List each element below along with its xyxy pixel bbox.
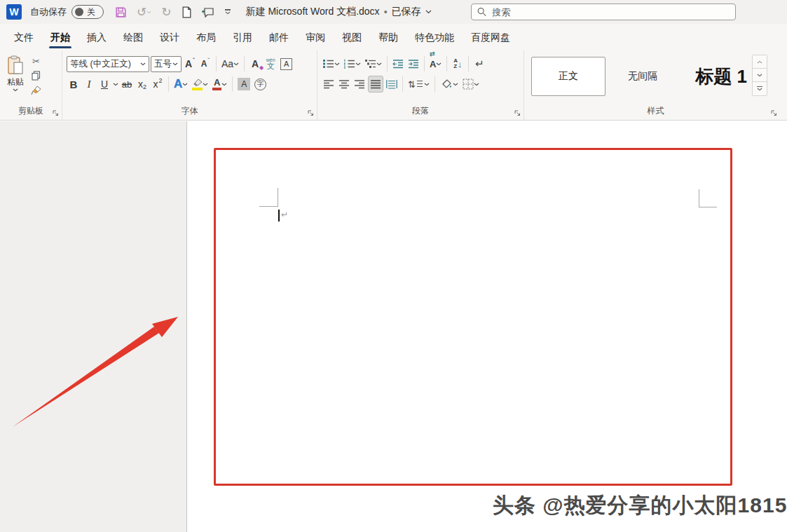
tab-special-features[interactable]: 特色功能 (406, 24, 463, 50)
bullets-button[interactable] (322, 55, 341, 72)
style-normal[interactable]: 正文 (531, 57, 605, 96)
tab-view[interactable]: 视图 (334, 24, 370, 50)
document-title[interactable]: 新建 Microsoft Word 文档.docx • 已保存 (246, 6, 432, 18)
justify-button[interactable] (368, 76, 383, 93)
italic-button[interactable]: I (82, 76, 96, 93)
style-no-spacing-label: 无间隔 (628, 70, 657, 83)
align-left-button[interactable] (322, 76, 336, 93)
tab-layout[interactable]: 布局 (188, 24, 224, 50)
bold-button[interactable]: B (67, 76, 81, 93)
shrink-font-icon: A (201, 59, 207, 69)
multilevel-list-button[interactable] (364, 55, 383, 72)
strikethrough-button[interactable]: ab (120, 76, 134, 93)
new-comment-button[interactable] (202, 6, 215, 18)
borders-button[interactable] (461, 76, 481, 93)
divider (387, 56, 388, 71)
tab-review[interactable]: 审阅 (297, 24, 334, 50)
clear-formatting-button[interactable]: A◆ (248, 55, 262, 72)
chevron-up-icon (757, 60, 762, 64)
character-border-button[interactable]: A (279, 55, 294, 72)
increase-indent-button[interactable] (406, 55, 420, 72)
styles-gallery: 正文 无间隔 标题 1 (531, 54, 787, 99)
align-center-button[interactable] (337, 76, 351, 93)
style-heading1[interactable]: 标题 1 (680, 57, 762, 96)
character-shading-button[interactable]: A (236, 76, 252, 93)
chevron-down-icon (233, 62, 239, 66)
autosave-label: 自动保存 (30, 6, 67, 18)
phonetic-guide-button[interactable]: wén 文 (264, 55, 278, 72)
text-effects-button[interactable]: A (172, 76, 189, 93)
decrease-indent-button[interactable] (391, 55, 405, 72)
shading-button[interactable] (439, 76, 460, 93)
tab-references[interactable]: 引用 (224, 24, 261, 50)
font-name-combobox[interactable]: 等线 (中文正文) (67, 56, 149, 72)
asian-layout-arrows: ⇄ (430, 50, 435, 57)
tab-file[interactable]: 文件 (6, 24, 42, 50)
gallery-more-button[interactable] (753, 82, 767, 95)
phonetic-guide-icon: wén 文 (266, 57, 275, 70)
sort-button[interactable]: A Z ↓ (451, 55, 465, 72)
format-painter-icon (31, 86, 41, 95)
tab-insert[interactable]: 插入 (78, 24, 115, 50)
numbering-button[interactable] (343, 55, 362, 72)
autosave-toggle[interactable]: 关 (71, 5, 104, 19)
chevron-down-icon (424, 83, 430, 86)
format-painter-button[interactable] (31, 86, 41, 95)
chevron-down-icon[interactable] (113, 83, 118, 86)
align-right-button[interactable] (353, 76, 367, 93)
text-highlight-button[interactable] (191, 76, 210, 93)
grow-font-button[interactable]: Aˆ (183, 55, 197, 72)
save-status: 已保存 (392, 6, 421, 18)
font-color-button[interactable]: A (211, 76, 228, 93)
change-case-button[interactable]: Aa (220, 55, 240, 72)
chevron-down-icon (221, 83, 227, 86)
word-app-icon[interactable]: W (6, 4, 22, 20)
line-spacing-button[interactable]: ⇅ (406, 76, 431, 93)
font-size-combobox[interactable]: 五号 (151, 56, 182, 72)
underline-button[interactable]: U (97, 76, 111, 93)
paragraph-dialog-launcher[interactable] (514, 110, 521, 116)
asian-layout-button[interactable]: ⇄ A (428, 55, 443, 72)
divider (446, 56, 447, 71)
tab-home[interactable]: 开始 (42, 24, 78, 50)
styles-dialog-launcher[interactable] (771, 110, 777, 116)
text-cursor[interactable] (278, 210, 280, 221)
clipboard-dialog-launcher[interactable] (53, 110, 59, 116)
undo-button[interactable]: ↺ (137, 5, 151, 20)
grow-font-icon: A (185, 58, 192, 69)
shrink-font-button[interactable]: Aˇ (198, 55, 212, 72)
highlighter-icon (192, 79, 203, 90)
tab-design[interactable]: 设计 (151, 24, 188, 50)
customize-qat-button[interactable] (225, 9, 231, 14)
subscript-button[interactable]: x2 (135, 76, 149, 93)
redo-button[interactable]: ↻ (161, 5, 171, 20)
superscript-button[interactable]: x2 (151, 76, 165, 93)
tab-baidu-netdisk[interactable]: 百度网盘 (463, 24, 519, 50)
paste-button[interactable]: 粘贴 (0, 50, 31, 95)
tab-draw[interactable]: 绘图 (115, 24, 151, 50)
chevron-down-icon (334, 62, 340, 66)
font-dialog-launcher[interactable] (308, 110, 314, 116)
margin-crop-mark-left-h (259, 206, 278, 207)
cut-button[interactable]: ✂ (32, 57, 40, 66)
search-box[interactable] (471, 4, 736, 20)
show-hide-marks-button[interactable]: ↵ (472, 55, 486, 72)
document-area[interactable]: ↵ 头条 @热爱分享的小太阳1815 (0, 121, 787, 532)
tab-help[interactable]: 帮助 (370, 24, 406, 50)
ribbon: 粘贴 ✂ 剪贴板 (0, 50, 787, 121)
gallery-scroll-down-button[interactable] (753, 69, 767, 82)
new-document-button[interactable] (182, 6, 192, 18)
enclose-characters-button[interactable]: 字 (253, 76, 268, 93)
save-icon[interactable] (115, 6, 127, 18)
style-no-spacing[interactable]: 无间隔 (605, 57, 680, 96)
divider (424, 56, 425, 71)
gallery-scroll-up-button[interactable] (753, 55, 767, 69)
paragraph-mark: ↵ (281, 210, 288, 219)
multilevel-list-icon (365, 59, 376, 69)
distribute-text-button[interactable] (385, 76, 399, 93)
divider (168, 76, 169, 92)
tab-mailings[interactable]: 邮件 (261, 24, 297, 50)
numbering-icon (344, 59, 355, 69)
search-input[interactable] (492, 7, 730, 18)
copy-button[interactable] (32, 71, 41, 81)
